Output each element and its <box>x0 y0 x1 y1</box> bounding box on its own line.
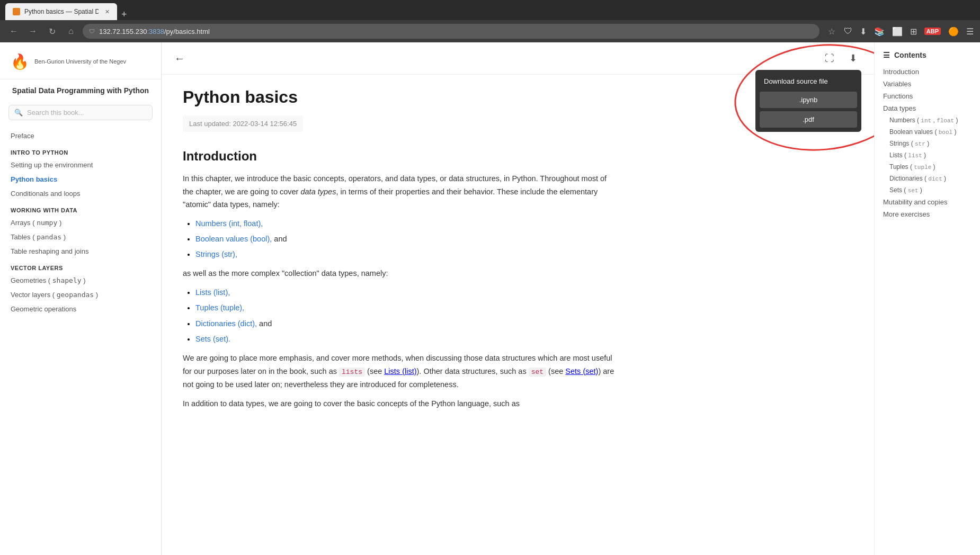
sidebar-item-setting-up[interactable]: Setting up the environment <box>0 158 161 172</box>
tab-favicon <box>13 8 20 15</box>
home-button[interactable]: ⌂ <box>64 24 78 39</box>
university-logo-icon: 🔥 <box>11 53 29 70</box>
sidebar-item-reshaping[interactable]: Table reshaping and joins <box>0 244 161 258</box>
page-title: Python basics <box>183 87 617 107</box>
back-button[interactable]: ← <box>6 24 21 39</box>
bookmark-icon[interactable]: ☆ <box>828 26 835 37</box>
back-navigation-button[interactable]: ← <box>174 52 185 65</box>
fullscreen-button[interactable]: ⛶ <box>821 50 838 67</box>
tab-title: Python basics — Spatial D <box>24 8 99 15</box>
intro-paragraph-2: as well as the more complex "collection"… <box>183 267 617 280</box>
book-title: Spatial Data Programming with Python <box>0 86 161 105</box>
search-icon: 🔍 <box>14 109 23 117</box>
toc-item-datatypes[interactable]: Data types <box>883 102 972 114</box>
container-icon[interactable]: ⬜ <box>892 26 903 37</box>
toc-item-functions[interactable]: Functions <box>883 90 972 102</box>
sidebar-section-data: WORKING WITH DATA <box>0 201 161 216</box>
sidebar-item-tables[interactable]: Tables ( pandas ) <box>0 230 161 244</box>
link-strings[interactable]: Strings (str), <box>195 250 237 258</box>
toc-item-introduction[interactable]: Introduction <box>883 66 972 78</box>
download-icon[interactable]: ⬇ <box>860 26 867 37</box>
extensions-icon[interactable]: ⊞ <box>910 26 917 37</box>
link-tuples[interactable]: Tuples (tuple), <box>195 303 244 312</box>
list-item-boolean: Boolean values (bool), and <box>195 233 617 245</box>
link-sets[interactable]: Sets (set). <box>195 335 230 343</box>
download-dropdown-label: Download source file <box>760 74 857 88</box>
pocket-icon[interactable]: 🛡 <box>844 26 852 36</box>
browser-tabs: Python basics — Spatial D ✕ + <box>5 0 130 20</box>
new-tab-button[interactable]: + <box>118 9 130 20</box>
toc-item-variables[interactable]: Variables <box>883 78 972 90</box>
content-header: ← ⛶ ⬇ Download source file .ipynb .pdf <box>162 42 874 75</box>
sidebar-item-preface[interactable]: Preface <box>0 129 161 143</box>
sidebar-section-intro: INTRO TO PYTHON <box>0 143 161 158</box>
university-name: Ben-Gurion University of the Negev <box>34 58 126 65</box>
browser-chrome: Python basics — Spatial D ✕ + <box>0 0 980 20</box>
list-item-lists: Lists (list), <box>195 287 617 299</box>
toc-item-tuples[interactable]: Tuples ( tuple ) <box>883 161 972 173</box>
reload-button[interactable]: ↻ <box>44 24 59 39</box>
toc-item-numbers[interactable]: Numbers ( int , float ) <box>883 114 972 126</box>
list-item-tuples: Tuples (tuple), <box>195 302 617 314</box>
link-boolean[interactable]: Boolean values (bool), <box>195 235 272 243</box>
collection-types-list: Lists (list), Tuples (tuple), Dictionari… <box>195 287 617 345</box>
list-item-dicts: Dictionaries (dict), and <box>195 318 617 330</box>
address-bar[interactable]: 🛡 132.72.155.230:3838/py/basics.html <box>83 24 819 39</box>
sidebar-item-arrays[interactable]: Arrays ( numpy ) <box>0 216 161 230</box>
abp-icon[interactable]: ABP <box>924 28 941 35</box>
toc-header: ☰ Contents <box>883 51 972 59</box>
url-text: 132.72.155.230:3838/py/basics.html <box>99 28 210 35</box>
sidebar-item-conditionals[interactable]: Conditionals and loops <box>0 186 161 201</box>
content-body: Python basics Last updated: 2022-03-14 1… <box>162 75 638 429</box>
sidebar-section-vector: VECTOR LAYERS <box>0 258 161 273</box>
toc-item-mutability[interactable]: Mutability and copies <box>883 196 972 208</box>
toc-item-lists[interactable]: Lists ( list ) <box>883 149 972 161</box>
list-item-strings: Strings (str), <box>195 248 617 261</box>
download-ipynb-button[interactable]: .ipynb <box>760 92 857 108</box>
toc-item-dicts[interactable]: Dictionaries ( dict ) <box>883 173 972 184</box>
menu-icon[interactable]: ☰ <box>966 26 974 37</box>
sidebar-item-vector-layers[interactable]: Vector layers ( geopandas ) <box>0 288 161 302</box>
link-numbers[interactable]: Numbers (int, float), <box>195 219 263 228</box>
download-source-button[interactable]: ⬇ <box>844 50 861 67</box>
profile-icon[interactable]: 🟠 <box>948 26 959 37</box>
last-updated: Last updated: 2022-03-14 12:56:45 <box>183 115 303 132</box>
toc-item-strings[interactable]: Strings ( str ) <box>883 138 972 149</box>
section-introduction-title: Introduction <box>183 149 617 164</box>
list-item-numbers: Numbers (int, float), <box>195 218 617 230</box>
intro-paragraph-3: We are going to place more emphasis, and… <box>183 352 617 391</box>
sidebar-item-geometric[interactable]: Geometric operations <box>0 302 161 316</box>
sidebar-item-geometries[interactable]: Geometries ( shapely ) <box>0 273 161 288</box>
page-wrapper: 🔥 Ben-Gurion University of the Negev Spa… <box>0 42 980 555</box>
toc-item-boolean[interactable]: Boolean values ( bool ) <box>883 126 972 138</box>
toc-item-sets[interactable]: Sets ( set ) <box>883 184 972 196</box>
download-dropdown: Download source file .ipynb .pdf <box>755 70 861 132</box>
download-pdf-button[interactable]: .pdf <box>760 111 857 128</box>
toc-item-exercises[interactable]: More exercises <box>883 208 972 220</box>
synced-tabs-icon[interactable]: 📚 <box>874 26 885 37</box>
list-item-sets: Sets (set). <box>195 333 617 345</box>
link-dicts[interactable]: Dictionaries (dict), <box>195 319 257 328</box>
active-tab[interactable]: Python basics — Spatial D ✕ <box>5 3 117 20</box>
browser-nav: ← → ↻ ⌂ 🛡 132.72.155.230:3838/py/basics.… <box>0 20 980 42</box>
atomic-types-list: Numbers (int, float), Boolean values (bo… <box>195 218 617 261</box>
sidebar: 🔥 Ben-Gurion University of the Negev Spa… <box>0 42 162 555</box>
intro-paragraph-1: In this chapter, we introduce the basic … <box>183 172 617 211</box>
intro-paragraph-4: In addition to data types, we are going … <box>183 397 617 410</box>
browser-toolbar-icons: 🛡 ⬇ 📚 ⬜ ⊞ ABP 🟠 ☰ <box>844 26 974 37</box>
sidebar-search[interactable]: 🔍 Search this book... <box>8 105 153 120</box>
security-icon: 🛡 <box>89 28 95 34</box>
link-lists[interactable]: Lists (list), <box>195 288 230 297</box>
main-content: ← ⛶ ⬇ Download source file .ipynb .pdf P… <box>162 42 874 555</box>
sidebar-item-python-basics[interactable]: Python basics <box>0 172 161 186</box>
sidebar-logo: 🔥 Ben-Gurion University of the Negev <box>0 53 161 79</box>
toc-panel: ☰ Contents Introduction Variables Functi… <box>874 42 980 555</box>
forward-button[interactable]: → <box>25 24 40 39</box>
search-placeholder: Search this book... <box>27 109 84 117</box>
tab-close-button[interactable]: ✕ <box>105 8 110 15</box>
toc-icon: ☰ <box>883 51 890 59</box>
link-lists-ref[interactable]: Lists (list) <box>384 367 416 375</box>
header-icons: ⛶ ⬇ Download source file .ipynb .pdf <box>821 50 861 67</box>
link-sets-ref[interactable]: Sets (set) <box>565 367 598 375</box>
